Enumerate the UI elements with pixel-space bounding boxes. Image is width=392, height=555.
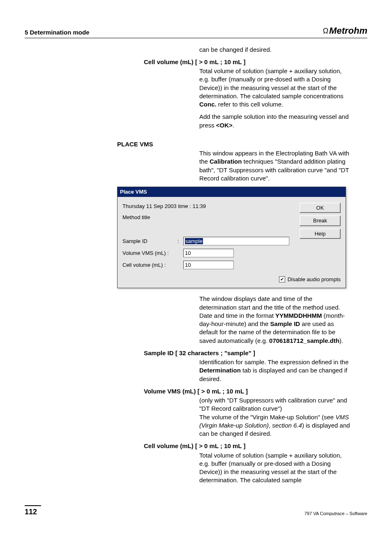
method-title-label: Method title (122, 214, 295, 221)
cell-volume-label: Cell volume (mL) : (122, 261, 175, 269)
disable-audio-checkbox[interactable]: ✔ (279, 276, 285, 282)
sample-id-desc: Identification for sample. The expressio… (199, 358, 351, 383)
cell-volume-input[interactable] (183, 261, 234, 269)
volume-vms-label: Volume VMS (mL) : (122, 250, 175, 257)
cell-volume-title-1: Cell volume (mL) [ > 0 mL ; 10 mL ] (144, 58, 351, 66)
break-button[interactable]: Break (300, 215, 341, 226)
sample-id-input[interactable]: sample (183, 237, 289, 245)
volume-vms-title: Volume VMS (mL) [ > 0 mL ; 10 mL ] (144, 387, 351, 395)
place-vms-desc: This window appears in the Electroplatin… (199, 149, 351, 183)
sample-id-label: Sample ID (122, 238, 175, 245)
cell-volume-title-2: Cell volume (mL) [ > 0 mL ; 10 mL ] (144, 442, 351, 450)
volume-vms-desc: (only with "DT Suppressors with calibrat… (199, 396, 351, 438)
header-chapter: 5 Determination mode (25, 28, 90, 37)
help-button[interactable]: Help (300, 229, 341, 239)
place-vms-heading: PLACE VMS (117, 140, 367, 148)
disable-audio-label: Disable audio prompts (288, 276, 341, 283)
dialog-datetime: Thursday 11 Sep 2003 time : 11:39 (122, 203, 295, 210)
page-number: 112 (25, 505, 41, 517)
brand-omega-icon: Ω (323, 26, 328, 36)
dialog-titlebar: Place VMS (118, 187, 346, 197)
place-vms-dialog: Place VMS Thursday 11 Sep 2003 time : 11… (117, 187, 346, 288)
ok-button[interactable]: OK (300, 203, 341, 213)
brand-logo: ΩMetrohm (323, 25, 367, 37)
cell-volume-desc-2: Total volume of solution (sample + auxil… (199, 451, 351, 485)
sample-id-title: Sample ID [ 32 characters ; "sample" ] (144, 349, 351, 357)
footer-product: 797 VA Computrace – Software (304, 511, 367, 517)
cell-volume-desc-1: Total volume of solution (sample + auxil… (199, 67, 351, 109)
volume-vms-input[interactable] (183, 249, 234, 257)
after-dialog-desc: The window displays date and time of the… (199, 295, 351, 345)
intro-line: can be changed if desired. (199, 46, 351, 54)
cell-volume-instruction: Add the sample solution into the measuri… (199, 113, 351, 130)
